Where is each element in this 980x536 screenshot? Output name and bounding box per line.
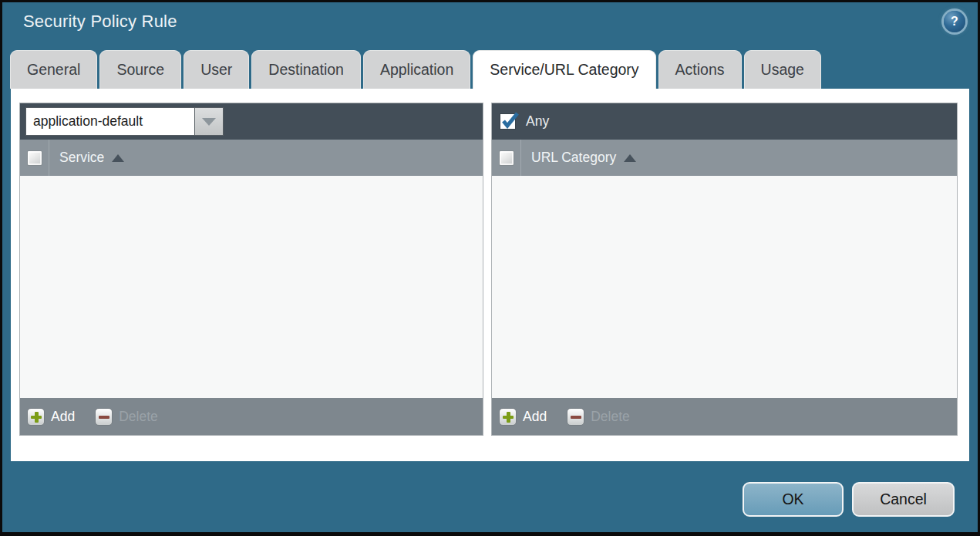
tab-general[interactable]: General [10, 50, 97, 89]
minus-icon [567, 408, 584, 426]
chevron-down-icon [202, 118, 216, 126]
plus-icon [27, 408, 45, 426]
url-category-table-header: URL Category [492, 140, 957, 176]
tab-actions[interactable]: Actions [658, 50, 742, 89]
service-type-dropdown[interactable]: application-default [25, 107, 224, 136]
sort-ascending-icon[interactable] [112, 154, 124, 162]
url-category-select-all-checkbox[interactable] [499, 150, 514, 166]
add-label: Add [523, 409, 547, 425]
url-category-panel: Any URL Category Add [491, 103, 958, 436]
tab-source[interactable]: Source [99, 50, 181, 89]
service-select-all-checkbox[interactable] [27, 150, 42, 166]
delete-label: Delete [591, 409, 630, 425]
url-category-footer: Add Delete [492, 398, 957, 435]
service-type-value[interactable]: application-default [25, 107, 194, 136]
minus-icon [95, 408, 113, 426]
service-table-body[interactable] [20, 176, 483, 398]
cancel-button[interactable]: Cancel [852, 482, 955, 517]
url-category-topbar: Any [492, 103, 957, 140]
url-category-add-button[interactable]: Add [499, 408, 547, 426]
sort-ascending-icon[interactable] [624, 154, 636, 162]
url-category-table-body[interactable] [492, 176, 957, 398]
tab-usage[interactable]: Usage [744, 50, 821, 89]
service-delete-button[interactable]: Delete [95, 408, 158, 426]
help-icon[interactable]: ? [944, 11, 965, 32]
tab-service-url-category[interactable]: Service/URL Category [473, 50, 655, 89]
service-column-header[interactable]: Service [59, 150, 104, 166]
service-footer: Add Delete [20, 398, 483, 435]
service-table-header: Service [20, 140, 483, 176]
delete-label: Delete [119, 409, 158, 425]
tab-bar: General Source User Destination Applicat… [10, 50, 821, 89]
any-label: Any [526, 113, 549, 130]
ok-button[interactable]: OK [743, 482, 844, 517]
tab-application[interactable]: Application [363, 50, 470, 89]
add-label: Add [51, 409, 75, 425]
service-select-all-cell [20, 140, 49, 176]
security-policy-rule-dialog: Security Policy Rule ? General Source Us… [0, 0, 980, 536]
service-panel: application-default Service [19, 103, 483, 436]
service-type-dropdown-button[interactable] [194, 107, 224, 136]
tab-destination[interactable]: Destination [251, 50, 361, 89]
url-category-column-header[interactable]: URL Category [531, 150, 616, 166]
dialog-title: Security Policy Rule [23, 12, 177, 32]
plus-icon [499, 408, 517, 426]
url-category-delete-button[interactable]: Delete [567, 408, 630, 426]
any-checkbox-row[interactable]: Any [500, 113, 549, 130]
service-topbar: application-default [20, 103, 483, 140]
tab-user[interactable]: User [184, 50, 249, 89]
tab-content: application-default Service [11, 89, 969, 461]
url-category-select-all-cell [492, 140, 521, 176]
any-checkbox[interactable] [500, 113, 516, 130]
service-add-button[interactable]: Add [27, 408, 75, 426]
checkmark-icon [500, 110, 520, 131]
